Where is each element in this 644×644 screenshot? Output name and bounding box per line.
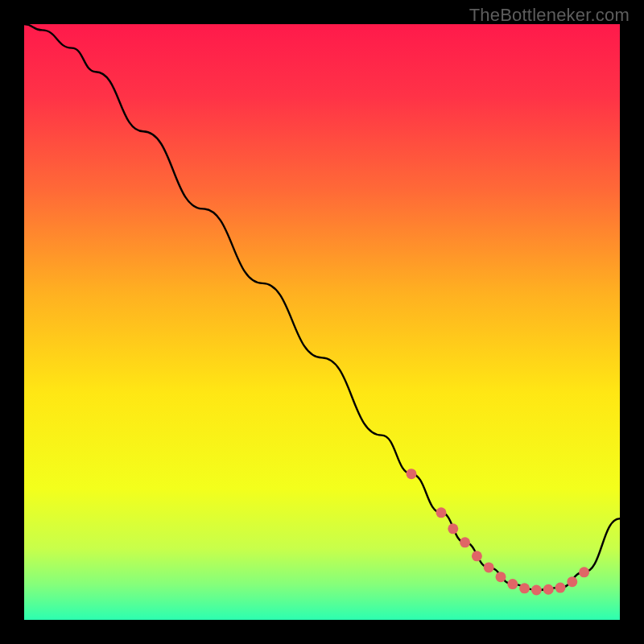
highlight-dot [567, 576, 577, 587]
highlight-dot [507, 579, 518, 589]
highlight-dot [579, 567, 589, 577]
chart-frame: TheBottleneker.com [0, 0, 644, 644]
highlight-dot [407, 469, 417, 479]
highlight-dot [543, 584, 554, 595]
highlight-dot [484, 562, 494, 572]
chart-svg [24, 24, 620, 620]
watermark-text: TheBottleneker.com [469, 5, 630, 26]
highlight-dot [519, 583, 530, 593]
highlight-dot [436, 507, 447, 518]
plot-area [24, 24, 620, 620]
highlight-dot [448, 523, 458, 534]
highlight-dot [496, 572, 506, 582]
highlight-dot [460, 537, 470, 547]
gradient-background [24, 24, 620, 620]
highlight-dot [472, 551, 482, 561]
highlight-dot [531, 585, 542, 596]
highlight-dot [555, 583, 566, 593]
